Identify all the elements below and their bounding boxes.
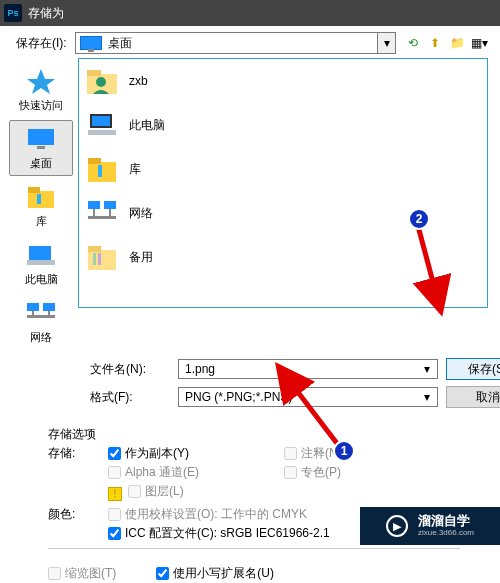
as-copy-label: 作为副本(Y)	[125, 445, 189, 462]
svg-rect-10	[27, 315, 55, 318]
svg-rect-26	[109, 209, 111, 217]
spot-checkbox: 专色(P)	[284, 464, 460, 481]
warning-icon: !	[108, 487, 122, 501]
layers-checkbox: !图层(L)	[108, 483, 284, 500]
list-item[interactable]: 备用	[79, 235, 487, 279]
svg-rect-28	[88, 246, 101, 252]
svg-point-15	[96, 77, 106, 87]
alpha-label: Alpha 通道(E)	[125, 464, 199, 481]
options-heading: 存储选项	[48, 426, 460, 443]
alpha-checkbox: Alpha 通道(E)	[108, 464, 284, 481]
svg-rect-11	[32, 311, 34, 316]
item-label: 备用	[129, 249, 153, 266]
back-icon[interactable]: ⟲	[404, 34, 422, 52]
svg-rect-12	[48, 311, 50, 316]
svg-rect-23	[104, 201, 116, 209]
format-value: PNG (*.PNG;*.PNS)	[185, 390, 292, 404]
list-item[interactable]: 此电脑	[79, 103, 487, 147]
place-label: 快速访问	[19, 98, 63, 113]
place-desktop[interactable]: 桌面	[9, 120, 73, 176]
svg-rect-18	[88, 130, 116, 135]
annotation-badge-2: 2	[408, 208, 430, 230]
spot-label: 专色(P)	[301, 464, 341, 481]
browser-area: 快速访问 桌面 库 此电脑 网络 zxb 此电脑 库	[0, 58, 500, 350]
file-fields: 文件名(N): 1.png ▾ 保存(S) 格式(F): PNG (*.PNG;…	[0, 350, 500, 416]
lowercase-ext-label: 使用小写扩展名(U)	[173, 565, 274, 582]
list-item[interactable]: 库	[79, 147, 487, 191]
star-icon	[25, 67, 57, 95]
library-folder-icon	[85, 152, 119, 186]
as-copy-checkbox[interactable]: 作为副本(Y)	[108, 445, 284, 462]
place-libraries[interactable]: 库	[9, 178, 73, 234]
location-value: 桌面	[108, 35, 132, 52]
svg-rect-2	[37, 146, 45, 149]
thumbnail-checkbox: 缩览图(T)	[48, 565, 116, 582]
watermark-url: zixue.3d66.com	[418, 529, 474, 538]
monitor-icon	[25, 125, 57, 153]
svg-rect-24	[88, 216, 116, 219]
this-pc-icon	[85, 108, 119, 142]
library-icon	[25, 183, 57, 211]
svg-rect-27	[88, 250, 116, 270]
chevron-down-icon[interactable]: ▾	[419, 362, 435, 376]
item-label: 库	[129, 161, 141, 178]
svg-marker-0	[27, 69, 55, 94]
svg-rect-22	[88, 201, 100, 209]
place-network[interactable]: 网络	[9, 294, 73, 350]
location-combo[interactable]: 桌面 ▾	[75, 32, 396, 54]
monitor-icon	[80, 36, 102, 50]
svg-rect-8	[27, 303, 39, 311]
chevron-down-icon[interactable]: ▾	[377, 33, 395, 53]
cancel-button[interactable]: 取消	[446, 386, 500, 408]
svg-rect-17	[92, 116, 110, 126]
misc-options: 缩览图(T) 使用小写扩展名(U)	[0, 565, 500, 582]
place-label: 网络	[30, 330, 52, 345]
thumbnail-label: 缩览图(T)	[65, 565, 116, 582]
play-icon: ▶	[386, 515, 408, 537]
format-select[interactable]: PNG (*.PNG;*.PNS) ▾	[178, 387, 438, 407]
svg-rect-14	[87, 70, 101, 76]
place-label: 库	[36, 214, 47, 229]
location-label: 保存在(I):	[16, 35, 67, 52]
window-title: 存储为	[28, 5, 64, 22]
svg-rect-6	[29, 246, 51, 260]
icc-label: ICC 配置文件(C): sRGB IEC61966-2.1	[125, 525, 330, 542]
lowercase-ext-checkbox[interactable]: 使用小写扩展名(U)	[156, 565, 274, 582]
svg-rect-1	[28, 129, 54, 145]
list-item[interactable]: zxb	[79, 59, 487, 103]
watermark: ▶ 溜溜自学 zixue.3d66.com	[360, 507, 500, 545]
watermark-brand: 溜溜自学	[418, 514, 474, 528]
save-button[interactable]: 保存(S)	[446, 358, 500, 380]
svg-rect-7	[27, 260, 55, 265]
divider	[48, 548, 460, 549]
svg-rect-4	[28, 187, 40, 193]
file-list[interactable]: zxb 此电脑 库 网络 备用	[78, 58, 488, 308]
up-icon[interactable]: ⬆	[426, 34, 444, 52]
item-label: 网络	[129, 205, 153, 222]
proof-label: 使用校样设置(O): 工作中的 CMYK	[125, 506, 307, 523]
folder-icon	[85, 240, 119, 274]
nav-toolbar: ⟲ ⬆ 📁 ▦▾	[404, 34, 488, 52]
color-heading: 颜色:	[48, 506, 108, 523]
filename-value: 1.png	[185, 362, 215, 376]
filename-input[interactable]: 1.png ▾	[178, 359, 438, 379]
new-folder-icon[interactable]: 📁	[448, 34, 466, 52]
user-folder-icon	[85, 64, 119, 98]
view-menu-icon[interactable]: ▦▾	[470, 34, 488, 52]
store-label: 存储:	[48, 445, 108, 462]
filename-label: 文件名(N):	[90, 361, 170, 378]
place-label: 此电脑	[25, 272, 58, 287]
chevron-down-icon[interactable]: ▾	[419, 390, 435, 404]
app-icon: Ps	[4, 4, 22, 22]
place-this-pc[interactable]: 此电脑	[9, 236, 73, 292]
place-quick-access[interactable]: 快速访问	[9, 62, 73, 118]
network-icon	[85, 196, 119, 230]
notes-checkbox: 注释(N)	[284, 445, 460, 462]
pc-icon	[25, 241, 57, 269]
svg-rect-5	[37, 194, 41, 204]
svg-rect-20	[88, 158, 101, 164]
format-label: 格式(F):	[90, 389, 170, 406]
location-row: 保存在(I): 桌面 ▾ ⟲ ⬆ 📁 ▦▾	[0, 26, 500, 58]
places-bar: 快速访问 桌面 库 此电脑 网络	[4, 58, 78, 350]
layers-label: 图层(L)	[145, 483, 184, 500]
